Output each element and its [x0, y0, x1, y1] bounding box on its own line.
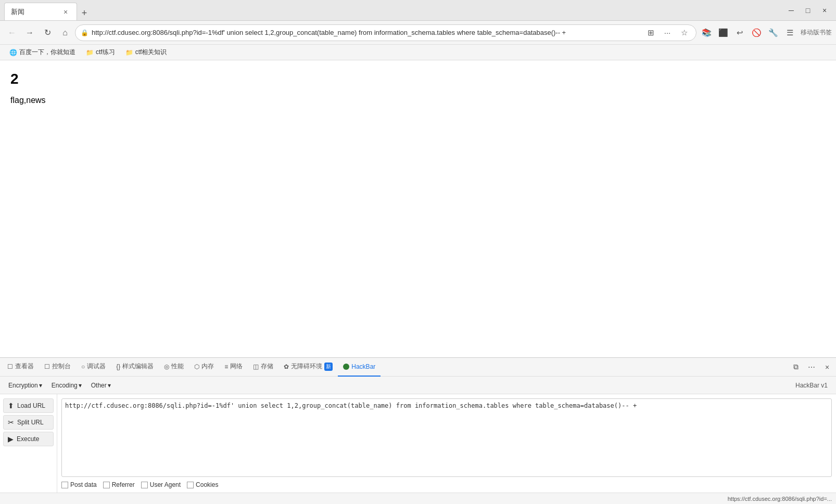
maximize-button[interactable]: □ — [801, 3, 815, 18]
debugger-icon: ○ — [81, 363, 85, 370]
execute-icon: ▶ — [8, 435, 14, 443]
hackbar-checkboxes: Post data Referrer User Agent Cooki — [61, 481, 832, 488]
window-controls: ─ □ × — [784, 3, 832, 18]
storage-label: 存储 — [261, 362, 273, 371]
user-agent-label: User Agent — [150, 481, 181, 488]
devtools-tab-storage[interactable]: ◫ 存储 — [248, 358, 278, 377]
network-label: 网络 — [230, 362, 243, 371]
devtools-tab-style-editor[interactable]: {} 样式编辑器 — [111, 358, 159, 377]
other-label: Other — [91, 382, 107, 389]
hackbar-version: HackBar v1 — [795, 382, 832, 389]
minimize-button[interactable]: ─ — [784, 3, 799, 18]
refresh-button[interactable]: ↻ — [40, 25, 55, 41]
other-menu[interactable]: Other ▾ — [87, 380, 115, 391]
navigation-bar: ← → ↻ ⌂ 🔒 ⊞ ··· ☆ 📚 ⬛ ↩ 🚫 🔧 ☰ 移动版书签 — [0, 21, 836, 45]
bookmark-label-1: ctf练习 — [96, 48, 115, 57]
encryption-menu[interactable]: Encryption ▾ — [4, 380, 46, 391]
tab-close-btn[interactable]: × — [61, 7, 70, 17]
referrer-checkbox[interactable] — [103, 482, 110, 488]
url-textarea[interactable] — [61, 398, 832, 477]
devtools-tab-network[interactable]: ≡ 网络 — [219, 358, 248, 377]
devtools-tab-inspector[interactable]: ☐ 查看器 — [2, 358, 39, 377]
new-tab-button[interactable]: + — [77, 6, 92, 20]
title-bar: 新闻 × + ─ □ × — [0, 0, 836, 21]
cookies-checkbox[interactable] — [187, 482, 194, 488]
cookies-checkbox-item[interactable]: Cookies — [187, 481, 218, 488]
status-bar: https://ctf.cdusec.org:8086/sqli.php?id=… — [0, 493, 836, 504]
bookmark-ctf-knowledge[interactable]: 📁 ctf相关知识 — [121, 47, 171, 58]
active-tab[interactable]: 新闻 × — [4, 3, 77, 20]
bookmark-ctf-practice[interactable]: 📁 ctf练习 — [82, 47, 119, 58]
devtools-tab-performance[interactable]: ◎ 性能 — [159, 358, 189, 377]
post-data-label: Post data — [70, 481, 97, 488]
address-bar[interactable]: 🔒 ⊞ ··· ☆ — [75, 24, 696, 41]
tab-strip: 新闻 × + — [4, 0, 784, 20]
close-button[interactable]: × — [817, 3, 832, 18]
split-url-button[interactable]: ✂ Split URL — [3, 415, 54, 430]
devtools-tab-bar: ☐ 查看器 ☐ 控制台 ○ 调试器 {} 样式编辑器 ◎ 性能 ⬡ 内存 — [0, 358, 836, 377]
post-data-checkbox[interactable] — [61, 482, 68, 488]
home-button[interactable]: ⌂ — [57, 25, 73, 41]
devtools-tab-hackbar[interactable]: HackBar — [338, 358, 381, 377]
execute-button[interactable]: ▶ Execute — [3, 432, 54, 446]
devtools-tab-console[interactable]: ☐ 控制台 — [39, 358, 76, 377]
devtools-close-btn[interactable]: × — [820, 360, 834, 374]
network-icon: ≡ — [224, 363, 228, 370]
right-toolbar: 📚 ⬛ ↩ 🚫 🔧 ☰ 移动版书签 — [699, 25, 832, 41]
bookmark-label-2: ctf相关知识 — [135, 48, 167, 57]
tab-title: 新闻 — [11, 7, 57, 17]
other-arrow: ▾ — [108, 382, 111, 389]
referrer-label: Referrer — [112, 481, 135, 488]
user-agent-checkbox[interactable] — [141, 482, 148, 488]
back-button[interactable]: ← — [4, 25, 20, 41]
block-button[interactable]: 🚫 — [749, 25, 764, 41]
security-icon: 🔒 — [81, 29, 88, 36]
devtools-expand-btn[interactable]: ⧉ — [789, 360, 803, 374]
accessibility-icon: ✿ — [284, 363, 289, 370]
forward-button[interactable]: → — [22, 25, 37, 41]
extensions-button[interactable]: 🔧 — [765, 25, 781, 41]
accessibility-badge: 新 — [324, 363, 333, 371]
load-url-button[interactable]: ⬆ Load URL — [3, 398, 54, 413]
devtools-right-controls: ⧉ ⋯ × — [789, 360, 834, 374]
sidebar-button[interactable]: ⬛ — [715, 25, 731, 41]
hackbar-label: HackBar — [351, 363, 375, 370]
devtools-tab-accessibility[interactable]: ✿ 无障碍环境 新 — [278, 358, 338, 377]
encoding-menu[interactable]: Encoding ▾ — [47, 380, 86, 391]
inspector-icon: ☐ — [7, 363, 13, 370]
memory-icon: ⬡ — [194, 363, 199, 370]
load-url-label: Load URL — [17, 402, 45, 409]
status-url: https://ctf.cdusec.org:8086/sqli.php?id=… — [728, 496, 832, 502]
more-button[interactable]: ··· — [661, 26, 674, 40]
undo-button[interactable]: ↩ — [732, 25, 748, 41]
debugger-label: 调试器 — [87, 362, 106, 371]
post-data-checkbox-item[interactable]: Post data — [61, 481, 97, 488]
user-agent-checkbox-item[interactable]: User Agent — [141, 481, 181, 488]
hackbar-panel: Encryption ▾ Encoding ▾ Other ▾ HackBar … — [0, 377, 836, 493]
bookmark-icon-2: 📁 — [125, 49, 133, 56]
bookmark-button[interactable]: ☆ — [677, 26, 691, 40]
performance-label: 性能 — [171, 362, 184, 371]
devtools-tab-memory[interactable]: ⬡ 内存 — [189, 358, 219, 377]
menu-button[interactable]: ☰ — [782, 25, 797, 41]
hackbar-toolbar: Encryption ▾ Encoding ▾ Other ▾ HackBar … — [0, 377, 836, 394]
bookmark-baidu[interactable]: 🌐 百度一下，你就知道 — [5, 47, 80, 58]
bookmarks-bar: 🌐 百度一下，你就知道 📁 ctf练习 📁 ctf相关知识 — [0, 45, 836, 60]
referrer-checkbox-item[interactable]: Referrer — [103, 481, 135, 488]
console-icon: ☐ — [44, 363, 50, 370]
hackbar-main-area: Post data Referrer User Agent Cooki — [57, 394, 836, 493]
bookmark-icon-1: 📁 — [86, 49, 94, 56]
cookies-label: Cookies — [196, 481, 218, 488]
address-bar-icons: ⊞ ··· ☆ — [644, 26, 691, 40]
encryption-label: Encryption — [8, 382, 38, 389]
qr-code-button[interactable]: ⊞ — [644, 26, 657, 40]
style-editor-label: 样式编辑器 — [122, 362, 154, 371]
bookmark-icon-0: 🌐 — [9, 49, 17, 56]
browser-window: 新闻 × + ─ □ × ← → ↻ ⌂ 🔒 ⊞ ··· ☆ 📚 ⬛ — [0, 0, 836, 504]
inspector-label: 查看器 — [15, 362, 34, 371]
mobile-bookmark-label: 移动版书签 — [801, 28, 832, 37]
devtools-more-btn[interactable]: ⋯ — [805, 360, 818, 374]
url-input[interactable] — [92, 29, 641, 36]
library-button[interactable]: 📚 — [699, 25, 714, 41]
devtools-tab-debugger[interactable]: ○ 调试器 — [76, 358, 111, 377]
